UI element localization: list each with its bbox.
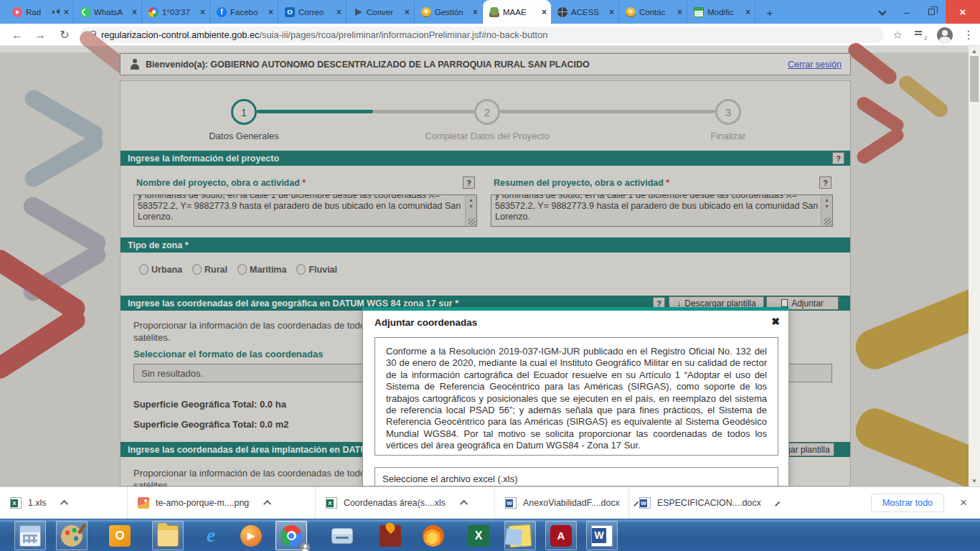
window-close-button[interactable]: × — [946, 0, 980, 24]
wizard-step-2[interactable]: 2 — [474, 99, 500, 125]
help-button[interactable]: ? — [819, 176, 831, 189]
download-item[interactable]: X Coordenadas área(s....xls — [316, 487, 495, 519]
window-restore-button[interactable] — [920, 0, 943, 24]
resize-grip-icon[interactable] — [468, 218, 476, 225]
resize-grip-icon[interactable] — [824, 218, 831, 225]
tab-acess[interactable]: ACESS × — [551, 0, 619, 24]
taskbar-acrobat-icon[interactable]: A — [545, 521, 577, 550]
show-all-downloads-button[interactable]: Mostrar todo — [871, 494, 944, 512]
scrollbar-thumb[interactable] — [970, 56, 979, 102]
tab-facebook[interactable]: f Facebo × — [210, 0, 278, 24]
file-select-box[interactable]: Seleccione el archivo excel (.xls) — [374, 467, 778, 486]
taskbar-paint-icon[interactable] — [56, 521, 88, 550]
chevron-up-icon[interactable] — [263, 500, 271, 508]
tab-maps[interactable]: 1°03'37 × — [142, 0, 210, 24]
dialog-close-icon[interactable]: ✖ — [771, 316, 780, 327]
logout-link[interactable]: Cerrar sesión — [788, 60, 842, 70]
radio-icon[interactable] — [192, 264, 202, 275]
user-icon — [129, 59, 140, 70]
superficie-m2: Superficie Geográfica Total: 0.0 m2 — [133, 419, 289, 430]
media-control-icon[interactable]: ♪ — [911, 24, 930, 46]
tab-correo[interactable]: O Correo × — [278, 0, 347, 24]
tab-modificacion[interactable]: Modific × — [687, 0, 755, 24]
bookmark-star-icon[interactable]: ☆ — [888, 24, 907, 46]
address-bar[interactable]: regularizacion-control.ambiente.gob.ec/s… — [80, 27, 884, 43]
wizard-step-3[interactable]: 3 — [715, 99, 741, 125]
taskbar-firefox-icon[interactable] — [418, 521, 449, 550]
taskbar-sticky-notes-icon[interactable] — [504, 521, 536, 550]
downloads-bar: X 1.xls te-amo-porque-m....png X Coorden… — [0, 486, 980, 519]
tab-close-icon[interactable]: × — [745, 8, 750, 17]
tab-search-chevron-icon[interactable] — [878, 7, 886, 15]
download-item[interactable]: X 1.xls — [0, 487, 128, 519]
scroll-up-icon[interactable]: ▲ — [969, 48, 980, 55]
tab-whatsapp[interactable]: WhatsA × — [74, 0, 142, 24]
profile-avatar[interactable] — [934, 24, 956, 46]
taskbar-nero-icon[interactable] — [374, 521, 406, 550]
dialog-title: Adjuntar coordenadas — [374, 317, 477, 328]
tab-close-icon[interactable]: × — [677, 8, 682, 17]
taskbar-word-icon[interactable]: W — [586, 521, 618, 550]
download-item[interactable]: W AnexoViabilidadF....docx — [495, 487, 629, 519]
taskbar-outlook-icon[interactable]: O — [104, 521, 136, 550]
back-icon[interactable]: ← — [7, 24, 27, 46]
taskbar-scanner-icon[interactable] — [326, 521, 358, 550]
tab-audio-icon — [52, 8, 60, 16]
taskbar-internet-explorer-icon[interactable]: e — [195, 521, 227, 550]
tab-contacto[interactable]: Contác × — [619, 0, 687, 24]
image-file-icon — [138, 497, 149, 509]
nombre-textarea[interactable]: y luminarias de sodio, en la calle 1 de … — [133, 194, 477, 227]
chevron-up-icon[interactable] — [60, 500, 68, 508]
welcome-text: Bienvenido(a): GOBIERNO AUTONOMO DESCENT… — [146, 60, 782, 70]
taskbar-chrome-icon[interactable] — [275, 521, 307, 550]
dialog-body-text: Conforme a la Resolución 2019-037-IGM-JU… — [374, 337, 778, 456]
taskbar-calculator-icon[interactable] — [14, 521, 46, 550]
taskbar-media-player-icon[interactable]: ▶ — [235, 521, 267, 550]
tab-maae-active[interactable]: MAAE × — [483, 0, 551, 24]
new-tab-button[interactable]: + — [762, 4, 778, 20]
tab-close-icon[interactable]: × — [542, 8, 547, 17]
window-minimize-button[interactable]: – — [895, 0, 918, 24]
tab-close-icon[interactable]: × — [200, 8, 205, 17]
radio-fluvial[interactable]: Fluvial — [296, 264, 337, 275]
forward-icon[interactable]: → — [30, 24, 50, 46]
outlook-mail-icon: O — [285, 7, 295, 17]
tab-radio[interactable]: Rad × — [6, 0, 74, 24]
radio-icon[interactable] — [296, 264, 306, 275]
resumen-textarea[interactable]: y luminarias de sodio, en la calle 1 de … — [491, 194, 833, 227]
tab-close-icon[interactable]: × — [132, 8, 137, 17]
globe-icon — [557, 7, 567, 17]
zona-radio-group: Urbana Rural Marítima Fluvial — [139, 264, 337, 275]
radio-icon[interactable] — [237, 264, 247, 275]
reload-icon[interactable]: ↻ — [55, 24, 75, 46]
paper-plane-icon — [353, 7, 363, 17]
tab-conver[interactable]: Conver × — [347, 0, 415, 24]
page-scrollbar[interactable]: ▲ ▼ — [969, 46, 980, 486]
help-button[interactable]: ? — [463, 176, 475, 189]
download-item[interactable]: W ESPECIFICACION....docx — [629, 487, 762, 519]
tab-close-icon[interactable]: × — [609, 8, 614, 17]
radio-rural[interactable]: Rural — [192, 264, 227, 275]
tab-close-icon[interactable]: × — [64, 8, 69, 17]
taskbar-excel-icon[interactable]: X — [463, 521, 494, 550]
browser-menu-icon[interactable]: ⋮ — [960, 24, 977, 46]
taskbar-explorer-icon[interactable] — [152, 521, 184, 550]
scroll-down-icon[interactable]: ▼ — [969, 478, 980, 484]
tab-close-icon[interactable]: × — [268, 8, 273, 17]
chevron-up-icon[interactable] — [460, 500, 468, 508]
radio-icon[interactable] — [139, 264, 149, 275]
tab-close-icon[interactable]: × — [405, 8, 410, 17]
tab-gestion[interactable]: Gestión × — [415, 0, 483, 24]
download-item[interactable]: te-amo-porque-m....png — [128, 487, 316, 519]
radio-urbana[interactable]: Urbana — [139, 264, 182, 275]
excel-file-icon: X — [326, 497, 337, 509]
help-button[interactable]: ? — [832, 152, 844, 164]
url-text[interactable]: regularizacion-control.ambiente.gob.ec/s… — [101, 29, 547, 40]
adjuntar-coordenadas-dialog: Adjuntar coordenadas ✖ Conforme a la Res… — [362, 307, 789, 486]
radio-maritima[interactable]: Marítima — [237, 264, 286, 275]
downloads-bar-close-icon[interactable]: × — [960, 496, 967, 510]
excel-file-icon: X — [10, 497, 22, 509]
tab-close-icon[interactable]: × — [473, 8, 478, 17]
wizard-step-1[interactable]: 1 — [231, 99, 257, 125]
tab-close-icon[interactable]: × — [336, 8, 341, 17]
